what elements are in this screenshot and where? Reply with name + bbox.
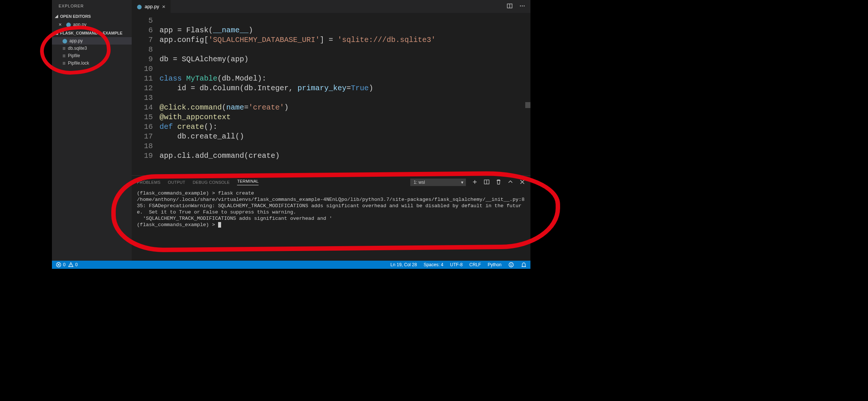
file-tree-item[interactable]: ≣ db.sqlite3 <box>52 45 132 52</box>
code-content: class MyTable(db.Model): <box>160 74 266 84</box>
line-number: 19 <box>132 151 160 161</box>
python-file-icon: ⬤ <box>137 4 142 9</box>
panel: PROBLEMS OUTPUT DEBUG CONSOLE TERMINAL 1… <box>132 175 530 261</box>
panel-actions: 1: wsl <box>410 179 525 186</box>
file-tree-item[interactable]: ≣ Pipfile <box>52 52 132 59</box>
code-content: @with_appcontext <box>160 113 231 122</box>
code-line[interactable]: 6app = Flask(__name__) <box>132 26 530 35</box>
feedback-icon[interactable] <box>508 262 514 268</box>
close-panel-icon[interactable] <box>519 179 525 186</box>
terminal-selector[interactable]: 1: wsl <box>410 179 466 186</box>
panel-tab-output[interactable]: OUTPUT <box>168 180 185 185</box>
file-icon: ≣ <box>62 53 66 58</box>
line-number: 18 <box>132 141 160 151</box>
status-warnings[interactable]: 0 <box>68 262 78 268</box>
tabs-bar: ⬤ app.py × <box>132 0 530 13</box>
line-number: 9 <box>132 55 160 64</box>
split-terminal-icon[interactable] <box>484 179 490 186</box>
editor-area: ⬤ app.py × 56app = Flask(__name__)7app.c… <box>132 0 530 261</box>
svg-point-3 <box>522 6 523 7</box>
editor-tab[interactable]: ⬤ app.py × <box>132 0 171 13</box>
open-editors-header[interactable]: ◢ OPEN EDITORS <box>52 12 132 20</box>
caret-down-icon: ◢ <box>55 30 59 35</box>
panel-tabs: PROBLEMS OUTPUT DEBUG CONSOLE TERMINAL 1… <box>132 176 530 189</box>
code-content: app = Flask(__name__) <box>160 26 253 35</box>
svg-point-17 <box>512 264 512 264</box>
file-tree-item[interactable]: ⬤ app.py <box>52 37 132 45</box>
code-line[interactable]: 13 <box>132 93 530 103</box>
warning-count: 0 <box>75 262 78 267</box>
code-line[interactable]: 5 <box>132 16 530 26</box>
file-name: app.py <box>69 38 83 43</box>
line-number: 5 <box>132 16 160 26</box>
file-icon: ≣ <box>62 61 66 66</box>
folder-header[interactable]: ◢ FLASK_COMMANDS_EXAMPLE <box>52 29 132 37</box>
line-number: 15 <box>132 113 160 122</box>
line-number: 12 <box>132 84 160 93</box>
code-line[interactable]: 17 db.create_all() <box>132 132 530 141</box>
code-content: db = SQLAlchemy(app) <box>160 55 249 64</box>
status-spaces[interactable]: Spaces: 4 <box>424 262 443 267</box>
main-area: EXPLORER ◢ OPEN EDITORS × ⬤ app.py ◢ FLA… <box>52 0 530 261</box>
close-icon[interactable]: × <box>162 3 165 10</box>
tab-label: app.py <box>145 4 159 9</box>
panel-tab-problems[interactable]: PROBLEMS <box>137 180 161 185</box>
split-editor-icon[interactable] <box>507 3 513 10</box>
line-number: 17 <box>132 132 160 141</box>
code-line[interactable]: 10 <box>132 64 530 74</box>
code-content: def create(): <box>160 122 217 132</box>
file-tree-item[interactable]: ≣ Pipfile.lock <box>52 59 132 67</box>
terminal-output[interactable]: (flask_commands_example) > flask create … <box>132 189 530 261</box>
minimap[interactable] <box>525 102 530 108</box>
vscode-window: EXPLORER ◢ OPEN EDITORS × ⬤ app.py ◢ FLA… <box>52 0 530 269</box>
code-line[interactable]: 14@click.command(name='create') <box>132 103 530 113</box>
code-content: id = db.Column(db.Integer, primary_key=T… <box>160 84 373 93</box>
close-icon[interactable]: × <box>59 22 64 27</box>
line-number: 8 <box>132 45 160 55</box>
code-line[interactable]: 15@with_appcontext <box>132 113 530 122</box>
tab-actions <box>507 0 530 13</box>
code-content: @click.command(name='create') <box>160 103 289 113</box>
svg-point-2 <box>520 6 521 7</box>
code-content: app.cli.add_command(create) <box>160 151 280 161</box>
status-errors[interactable]: 0 <box>56 262 66 268</box>
sidebar: EXPLORER ◢ OPEN EDITORS × ⬤ app.py ◢ FLA… <box>52 0 132 261</box>
terminal-cursor <box>218 222 221 228</box>
open-editor-filename: app.py <box>73 22 86 27</box>
code-line[interactable]: 12 id = db.Column(db.Integer, primary_ke… <box>132 84 530 93</box>
panel-tab-debug[interactable]: DEBUG CONSOLE <box>193 180 230 185</box>
status-language[interactable]: Python <box>488 262 502 267</box>
status-lncol[interactable]: Ln 19, Col 28 <box>391 262 417 267</box>
line-number: 6 <box>132 26 160 35</box>
status-bar: 0 0 Ln 19, Col 28 Spaces: 4 UTF-8 CRLF P… <box>52 261 530 269</box>
line-number: 16 <box>132 122 160 132</box>
status-eol[interactable]: CRLF <box>469 262 481 267</box>
open-editor-item[interactable]: × ⬤ app.py <box>52 20 132 29</box>
line-number: 10 <box>132 64 160 74</box>
notifications-icon[interactable] <box>521 262 527 268</box>
panel-tab-terminal[interactable]: TERMINAL <box>237 179 259 185</box>
file-name: Pipfile <box>68 53 80 58</box>
code-editor[interactable]: 56app = Flask(__name__)7app.config['SQLA… <box>132 13 530 175</box>
code-content: app.config['SQLALCHEMY_DATABASE_URI'] = … <box>160 35 435 45</box>
code-line[interactable]: 16def create(): <box>132 122 530 132</box>
more-actions-icon[interactable] <box>519 3 525 10</box>
code-line[interactable]: 18 <box>132 141 530 151</box>
maximize-panel-icon[interactable] <box>507 179 513 186</box>
code-line[interactable]: 11class MyTable(db.Model): <box>132 74 530 84</box>
status-right: Ln 19, Col 28 Spaces: 4 UTF-8 CRLF Pytho… <box>391 262 527 268</box>
code-line[interactable]: 8 <box>132 45 530 55</box>
kill-terminal-icon[interactable] <box>496 179 502 186</box>
code-line[interactable]: 19app.cli.add_command(create) <box>132 151 530 161</box>
code-line[interactable]: 9db = SQLAlchemy(app) <box>132 55 530 64</box>
line-number: 13 <box>132 93 160 103</box>
status-encoding[interactable]: UTF-8 <box>450 262 463 267</box>
new-terminal-icon[interactable] <box>472 179 478 186</box>
terminal-text: (flask_commands_example) > flask create … <box>137 190 525 228</box>
code-content: db.create_all() <box>160 132 244 141</box>
code-line[interactable]: 7app.config['SQLALCHEMY_DATABASE_URI'] =… <box>132 35 530 45</box>
line-number: 7 <box>132 35 160 45</box>
status-left: 0 0 <box>56 262 78 268</box>
explorer-title: EXPLORER <box>52 0 132 12</box>
caret-down-icon: ◢ <box>55 14 59 19</box>
